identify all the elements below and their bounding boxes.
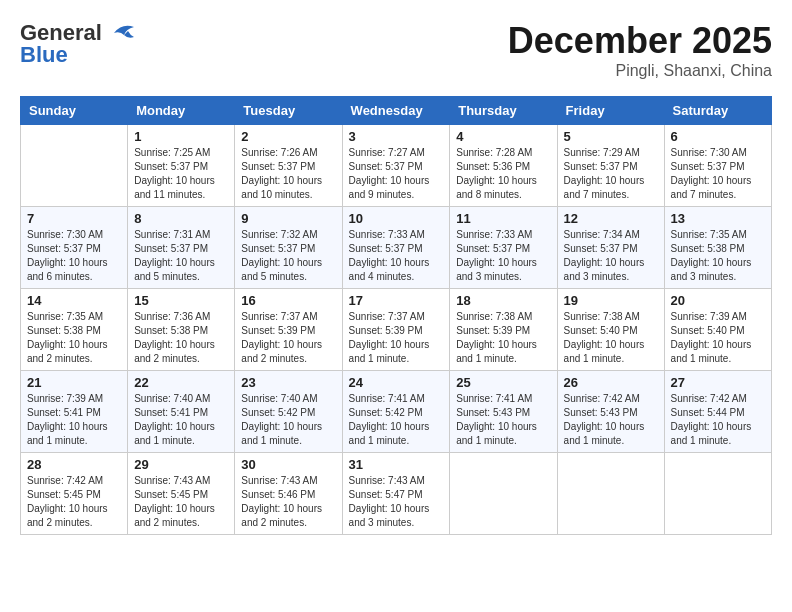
day-info: Sunrise: 7:25 AM Sunset: 5:37 PM Dayligh… (134, 146, 228, 202)
day-number: 24 (349, 375, 444, 390)
day-number: 31 (349, 457, 444, 472)
day-info: Sunrise: 7:28 AM Sunset: 5:36 PM Dayligh… (456, 146, 550, 202)
day-number: 27 (671, 375, 765, 390)
calendar-cell: 30Sunrise: 7:43 AM Sunset: 5:46 PM Dayli… (235, 453, 342, 535)
calendar-cell: 22Sunrise: 7:40 AM Sunset: 5:41 PM Dayli… (128, 371, 235, 453)
calendar-day-header: Wednesday (342, 97, 450, 125)
day-info: Sunrise: 7:42 AM Sunset: 5:44 PM Dayligh… (671, 392, 765, 448)
title-area: December 2025 Pingli, Shaanxi, China (508, 20, 772, 80)
day-number: 14 (27, 293, 121, 308)
calendar-cell: 25Sunrise: 7:41 AM Sunset: 5:43 PM Dayli… (450, 371, 557, 453)
logo-blue-text: Blue (20, 42, 68, 68)
calendar-cell: 26Sunrise: 7:42 AM Sunset: 5:43 PM Dayli… (557, 371, 664, 453)
day-info: Sunrise: 7:42 AM Sunset: 5:43 PM Dayligh… (564, 392, 658, 448)
day-number: 26 (564, 375, 658, 390)
calendar-cell: 19Sunrise: 7:38 AM Sunset: 5:40 PM Dayli… (557, 289, 664, 371)
day-info: Sunrise: 7:43 AM Sunset: 5:47 PM Dayligh… (349, 474, 444, 530)
day-number: 21 (27, 375, 121, 390)
calendar-cell: 23Sunrise: 7:40 AM Sunset: 5:42 PM Dayli… (235, 371, 342, 453)
day-number: 12 (564, 211, 658, 226)
day-info: Sunrise: 7:33 AM Sunset: 5:37 PM Dayligh… (349, 228, 444, 284)
day-number: 20 (671, 293, 765, 308)
calendar-cell: 24Sunrise: 7:41 AM Sunset: 5:42 PM Dayli… (342, 371, 450, 453)
calendar-day-header: Monday (128, 97, 235, 125)
calendar-cell: 9Sunrise: 7:32 AM Sunset: 5:37 PM Daylig… (235, 207, 342, 289)
day-info: Sunrise: 7:34 AM Sunset: 5:37 PM Dayligh… (564, 228, 658, 284)
day-info: Sunrise: 7:37 AM Sunset: 5:39 PM Dayligh… (349, 310, 444, 366)
day-info: Sunrise: 7:31 AM Sunset: 5:37 PM Dayligh… (134, 228, 228, 284)
day-info: Sunrise: 7:30 AM Sunset: 5:37 PM Dayligh… (27, 228, 121, 284)
calendar-cell: 4Sunrise: 7:28 AM Sunset: 5:36 PM Daylig… (450, 125, 557, 207)
day-info: Sunrise: 7:39 AM Sunset: 5:40 PM Dayligh… (671, 310, 765, 366)
day-info: Sunrise: 7:42 AM Sunset: 5:45 PM Dayligh… (27, 474, 121, 530)
calendar-cell: 8Sunrise: 7:31 AM Sunset: 5:37 PM Daylig… (128, 207, 235, 289)
day-number: 6 (671, 129, 765, 144)
day-info: Sunrise: 7:38 AM Sunset: 5:39 PM Dayligh… (456, 310, 550, 366)
calendar-header-row: SundayMondayTuesdayWednesdayThursdayFrid… (21, 97, 772, 125)
calendar-week-row: 21Sunrise: 7:39 AM Sunset: 5:41 PM Dayli… (21, 371, 772, 453)
logo: General Blue (20, 20, 138, 68)
calendar-cell: 2Sunrise: 7:26 AM Sunset: 5:37 PM Daylig… (235, 125, 342, 207)
calendar-cell: 7Sunrise: 7:30 AM Sunset: 5:37 PM Daylig… (21, 207, 128, 289)
calendar-day-header: Sunday (21, 97, 128, 125)
day-number: 11 (456, 211, 550, 226)
day-number: 23 (241, 375, 335, 390)
day-number: 9 (241, 211, 335, 226)
day-number: 17 (349, 293, 444, 308)
day-number: 15 (134, 293, 228, 308)
calendar-week-row: 14Sunrise: 7:35 AM Sunset: 5:38 PM Dayli… (21, 289, 772, 371)
day-number: 5 (564, 129, 658, 144)
calendar-cell (450, 453, 557, 535)
day-number: 7 (27, 211, 121, 226)
day-info: Sunrise: 7:39 AM Sunset: 5:41 PM Dayligh… (27, 392, 121, 448)
day-number: 28 (27, 457, 121, 472)
day-number: 1 (134, 129, 228, 144)
calendar-day-header: Tuesday (235, 97, 342, 125)
calendar-cell: 1Sunrise: 7:25 AM Sunset: 5:37 PM Daylig… (128, 125, 235, 207)
calendar-day-header: Friday (557, 97, 664, 125)
calendar-cell: 11Sunrise: 7:33 AM Sunset: 5:37 PM Dayli… (450, 207, 557, 289)
calendar-cell: 5Sunrise: 7:29 AM Sunset: 5:37 PM Daylig… (557, 125, 664, 207)
calendar-cell: 6Sunrise: 7:30 AM Sunset: 5:37 PM Daylig… (664, 125, 771, 207)
day-info: Sunrise: 7:35 AM Sunset: 5:38 PM Dayligh… (27, 310, 121, 366)
day-number: 13 (671, 211, 765, 226)
calendar-cell (21, 125, 128, 207)
calendar-cell: 21Sunrise: 7:39 AM Sunset: 5:41 PM Dayli… (21, 371, 128, 453)
day-number: 29 (134, 457, 228, 472)
day-info: Sunrise: 7:41 AM Sunset: 5:42 PM Dayligh… (349, 392, 444, 448)
day-info: Sunrise: 7:27 AM Sunset: 5:37 PM Dayligh… (349, 146, 444, 202)
calendar-table: SundayMondayTuesdayWednesdayThursdayFrid… (20, 96, 772, 535)
day-info: Sunrise: 7:26 AM Sunset: 5:37 PM Dayligh… (241, 146, 335, 202)
day-info: Sunrise: 7:43 AM Sunset: 5:45 PM Dayligh… (134, 474, 228, 530)
day-info: Sunrise: 7:41 AM Sunset: 5:43 PM Dayligh… (456, 392, 550, 448)
calendar-week-row: 1Sunrise: 7:25 AM Sunset: 5:37 PM Daylig… (21, 125, 772, 207)
day-info: Sunrise: 7:36 AM Sunset: 5:38 PM Dayligh… (134, 310, 228, 366)
day-info: Sunrise: 7:32 AM Sunset: 5:37 PM Dayligh… (241, 228, 335, 284)
day-number: 10 (349, 211, 444, 226)
calendar-week-row: 28Sunrise: 7:42 AM Sunset: 5:45 PM Dayli… (21, 453, 772, 535)
calendar-day-header: Thursday (450, 97, 557, 125)
day-number: 18 (456, 293, 550, 308)
calendar-cell: 27Sunrise: 7:42 AM Sunset: 5:44 PM Dayli… (664, 371, 771, 453)
calendar-cell: 3Sunrise: 7:27 AM Sunset: 5:37 PM Daylig… (342, 125, 450, 207)
calendar-cell: 12Sunrise: 7:34 AM Sunset: 5:37 PM Dayli… (557, 207, 664, 289)
calendar-cell: 18Sunrise: 7:38 AM Sunset: 5:39 PM Dayli… (450, 289, 557, 371)
day-info: Sunrise: 7:43 AM Sunset: 5:46 PM Dayligh… (241, 474, 335, 530)
day-info: Sunrise: 7:35 AM Sunset: 5:38 PM Dayligh… (671, 228, 765, 284)
day-info: Sunrise: 7:40 AM Sunset: 5:42 PM Dayligh… (241, 392, 335, 448)
day-number: 8 (134, 211, 228, 226)
day-info: Sunrise: 7:38 AM Sunset: 5:40 PM Dayligh… (564, 310, 658, 366)
calendar-cell: 10Sunrise: 7:33 AM Sunset: 5:37 PM Dayli… (342, 207, 450, 289)
day-number: 25 (456, 375, 550, 390)
calendar-subtitle: Pingli, Shaanxi, China (508, 62, 772, 80)
calendar-cell: 29Sunrise: 7:43 AM Sunset: 5:45 PM Dayli… (128, 453, 235, 535)
day-number: 16 (241, 293, 335, 308)
day-info: Sunrise: 7:30 AM Sunset: 5:37 PM Dayligh… (671, 146, 765, 202)
calendar-cell: 16Sunrise: 7:37 AM Sunset: 5:39 PM Dayli… (235, 289, 342, 371)
day-number: 3 (349, 129, 444, 144)
calendar-cell: 28Sunrise: 7:42 AM Sunset: 5:45 PM Dayli… (21, 453, 128, 535)
day-info: Sunrise: 7:33 AM Sunset: 5:37 PM Dayligh… (456, 228, 550, 284)
day-number: 2 (241, 129, 335, 144)
logo-bird-icon (106, 21, 138, 45)
page-header: General Blue December 2025 Pingli, Shaan… (20, 20, 772, 80)
